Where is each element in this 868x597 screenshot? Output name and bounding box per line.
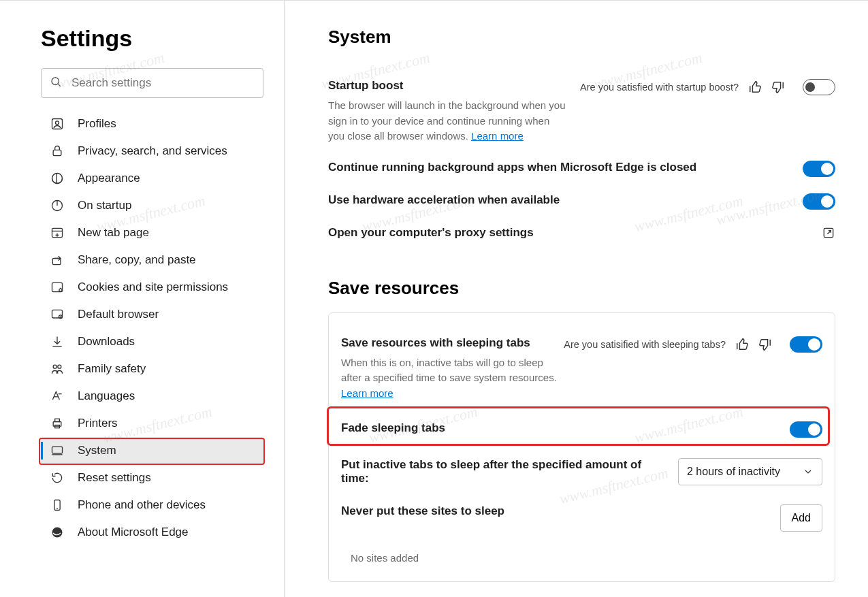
printer-icon: [50, 417, 64, 430]
fade-sleeping-toggle[interactable]: [790, 421, 822, 438]
sidebar-item-printers[interactable]: Printers: [41, 410, 263, 437]
thumb-up-icon[interactable]: [748, 80, 763, 95]
fade-sleeping-title: Fade sleeping tabs: [341, 421, 779, 435]
settings-sidebar: Settings Profiles Privacy, search, and s…: [0, 1, 285, 597]
profile-icon: [50, 117, 64, 131]
sidebar-item-cookies[interactable]: Cookies and site permissions: [41, 274, 263, 301]
sidebar-item-label: Downloads: [78, 335, 135, 349]
sidebar-item-label: Privacy, search, and services: [78, 144, 227, 158]
sidebar-item-label: Languages: [78, 389, 135, 403]
system-icon: [50, 444, 64, 457]
row-inactive-time: Put inactive tabs to sleep after the spe…: [341, 449, 822, 495]
sidebar-item-reset[interactable]: Reset settings: [41, 464, 263, 491]
search-input[interactable]: [62, 76, 255, 91]
no-sites-message: No sites added: [351, 552, 822, 564]
sleeping-tabs-title: Save resources with sleeping tabs: [341, 336, 564, 350]
page-title: System: [328, 27, 835, 48]
newtab-icon: [50, 226, 64, 240]
reset-icon: [50, 471, 64, 485]
svg-line-1: [58, 84, 60, 86]
sidebar-item-appearance[interactable]: Appearance: [41, 165, 263, 192]
svg-rect-25: [55, 419, 60, 421]
startup-learn-more-link[interactable]: Learn more: [471, 130, 524, 142]
save-resources-panel: Save resources with sleeping tabs When t…: [328, 312, 835, 583]
sidebar-item-system[interactable]: System: [41, 437, 263, 464]
thumb-down-icon[interactable]: [757, 337, 772, 352]
sidebar-item-startup[interactable]: On startup: [41, 192, 263, 219]
sidebar-item-label: System: [78, 444, 116, 457]
background-apps-title: Continue running background apps when Mi…: [328, 161, 792, 174]
sleeping-tabs-toggle[interactable]: [790, 336, 822, 353]
row-proxy[interactable]: Open your computer's proxy settings: [328, 218, 835, 248]
sleeping-tabs-desc: When this is on, inactive tabs will go t…: [341, 355, 559, 402]
svg-point-20: [53, 365, 57, 368]
family-icon: [50, 362, 64, 376]
sidebar-item-label: On startup: [78, 199, 131, 212]
phone-icon: [50, 498, 64, 512]
sidebar-item-label: Default browser: [78, 308, 159, 321]
svg-rect-27: [52, 447, 63, 453]
sidebar-item-label: Printers: [78, 417, 118, 430]
sidebar-item-label: Share, copy, and paste: [78, 253, 196, 267]
background-apps-toggle[interactable]: [803, 161, 835, 177]
svg-point-31: [52, 528, 63, 538]
add-site-button[interactable]: Add: [780, 504, 822, 532]
appearance-icon: [50, 172, 64, 185]
row-background-apps: Continue running background apps when Mi…: [328, 152, 835, 185]
never-sleep-title: Never put these sites to sleep: [341, 504, 780, 518]
proxy-title: Open your computer's proxy settings: [328, 226, 822, 240]
svg-point-0: [52, 78, 59, 85]
thumb-down-icon[interactable]: [770, 80, 785, 95]
row-hw-accel: Use hardware acceleration when available: [328, 185, 835, 218]
cookies-icon: [50, 280, 64, 294]
svg-rect-24: [53, 422, 61, 427]
sidebar-item-downloads[interactable]: Downloads: [41, 328, 263, 355]
edge-icon: [50, 526, 64, 539]
search-settings[interactable]: [41, 68, 263, 98]
svg-point-21: [58, 365, 61, 368]
share-icon: [50, 253, 64, 267]
sleeping-learn-more-link[interactable]: Learn more: [341, 387, 393, 399]
sidebar-item-label: Phone and other devices: [78, 498, 206, 512]
chevron-down-icon: [803, 466, 814, 477]
hw-accel-toggle[interactable]: [803, 193, 835, 210]
sidebar-item-phone[interactable]: Phone and other devices: [41, 491, 263, 519]
thumb-up-icon[interactable]: [735, 337, 750, 352]
sidebar-item-languages[interactable]: Languages: [41, 383, 263, 410]
startup-boost-desc: The browser will launch in the backgroun…: [328, 98, 566, 144]
row-fade-sleeping: Fade sleeping tabs: [341, 410, 822, 449]
sidebar-item-privacy[interactable]: Privacy, search, and services: [41, 138, 263, 165]
sidebar-item-label: New tab page: [78, 226, 149, 240]
sidebar-item-default-browser[interactable]: Default browser: [41, 301, 263, 328]
svg-point-3: [56, 121, 59, 125]
open-external-icon[interactable]: [822, 226, 835, 240]
sidebar-item-label: Reset settings: [78, 471, 151, 485]
settings-title: Settings: [41, 25, 263, 52]
power-icon: [50, 199, 64, 212]
sidebar-item-about[interactable]: About Microsoft Edge: [41, 519, 263, 546]
lock-icon: [50, 144, 64, 158]
search-icon: [50, 76, 62, 91]
row-startup-boost: Startup boost The browser will launch in…: [328, 71, 835, 152]
sidebar-item-share[interactable]: Share, copy, and paste: [41, 246, 263, 274]
inactive-time-dropdown[interactable]: 2 hours of inactivity: [678, 458, 822, 485]
row-sleeping-tabs: Save resources with sleeping tabs When t…: [341, 327, 822, 411]
settings-nav: Profiles Privacy, search, and services A…: [41, 110, 263, 546]
startup-boost-toggle[interactable]: [803, 79, 835, 95]
sidebar-item-label: Appearance: [78, 172, 140, 185]
sleeping-feedback-question: Are you satisified with sleeping tabs?: [564, 339, 726, 350]
sidebar-item-newtab[interactable]: New tab page: [41, 219, 263, 246]
row-never-sleep: Never put these sites to sleep Add: [341, 495, 822, 541]
hw-accel-title: Use hardware acceleration when available: [328, 193, 792, 207]
startup-boost-title: Startup boost: [328, 79, 580, 93]
startup-feedback-question: Are you satisfied with startup boost?: [580, 82, 739, 93]
sidebar-item-label: About Microsoft Edge: [78, 526, 189, 539]
sidebar-item-label: Cookies and site permissions: [78, 280, 228, 294]
language-icon: [50, 389, 64, 403]
inactive-time-title: Put inactive tabs to sleep after the spe…: [341, 458, 654, 485]
sidebar-item-family[interactable]: Family safety: [41, 355, 263, 383]
default-browser-icon: [50, 308, 64, 321]
sidebar-item-label: Family safety: [78, 362, 146, 376]
save-resources-heading: Save resources: [328, 278, 835, 299]
sidebar-item-profiles[interactable]: Profiles: [41, 110, 263, 138]
